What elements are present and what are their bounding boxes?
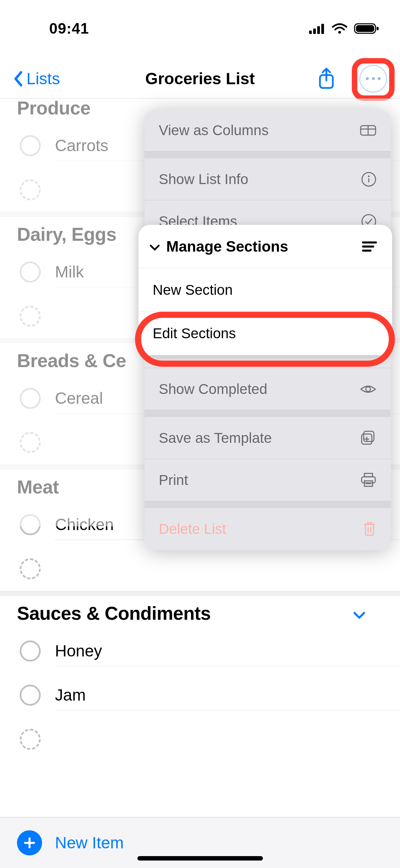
menu-show-completed[interactable]: Show Completed — [145, 368, 391, 410]
section-label: Sauces & Condiments — [17, 602, 211, 624]
nav-bar: Lists Groceries List — [0, 59, 400, 98]
sections-icon — [361, 240, 378, 253]
svg-point-14 — [368, 175, 370, 177]
svg-rect-2 — [317, 26, 320, 34]
submenu-manage-sections[interactable]: Manage Sections — [138, 225, 392, 268]
more-button[interactable] — [359, 65, 387, 93]
list-item-placeholder[interactable] — [0, 547, 400, 591]
status-bar: 09:41 — [0, 18, 400, 39]
svg-rect-6 — [356, 25, 374, 32]
new-item-button[interactable]: New Item — [17, 830, 124, 855]
back-button[interactable]: Lists — [13, 69, 60, 88]
new-item-label: New Item — [55, 833, 124, 852]
print-icon — [360, 472, 377, 488]
submenu-new-section[interactable]: New Section — [138, 268, 392, 312]
menu-print[interactable]: Print — [145, 459, 391, 501]
svg-rect-27 — [365, 524, 374, 535]
battery-icon — [354, 22, 380, 35]
svg-rect-7 — [377, 27, 379, 30]
trash-icon — [362, 521, 377, 537]
highlight-more-icon — [352, 58, 395, 101]
svg-point-17 — [366, 387, 370, 392]
share-button[interactable] — [317, 68, 336, 90]
highlight-edit-sections — [135, 312, 395, 367]
back-label: Lists — [26, 69, 60, 88]
checkbox-icon[interactable] — [20, 685, 41, 706]
status-time: 09:41 — [49, 20, 89, 37]
menu-view-as-columns[interactable]: View as Columns — [145, 109, 391, 151]
chevron-left-icon — [13, 70, 23, 87]
wifi-icon — [331, 23, 348, 34]
svg-rect-3 — [321, 24, 324, 34]
svg-rect-1 — [313, 29, 316, 34]
checkbox-icon[interactable] — [20, 640, 41, 662]
chevron-down-icon — [353, 602, 383, 624]
placeholder-checkbox-icon — [20, 729, 41, 750]
home-indicator[interactable] — [137, 856, 263, 861]
list-item-placeholder[interactable] — [0, 717, 400, 761]
section-header-sauces[interactable]: Sauces & Condiments — [0, 596, 400, 629]
list-item[interactable]: Jam — [0, 673, 400, 717]
svg-rect-0 — [309, 31, 312, 34]
columns-icon — [360, 124, 377, 137]
page-title: Groceries List — [145, 69, 255, 88]
plus-icon — [17, 830, 42, 855]
cellular-icon — [309, 23, 325, 34]
template-icon — [360, 430, 377, 446]
list-item[interactable]: Honey — [0, 629, 400, 673]
share-icon — [317, 68, 336, 90]
menu-show-list-info[interactable]: Show List Info — [145, 158, 391, 200]
info-icon — [361, 171, 377, 187]
eye-icon — [360, 383, 377, 395]
chevron-down-icon — [149, 238, 161, 255]
svg-rect-23 — [362, 477, 375, 483]
menu-delete-list[interactable]: Delete List — [145, 508, 391, 550]
menu-save-as-template[interactable]: Save as Template — [145, 417, 391, 459]
svg-point-4 — [338, 31, 341, 34]
placeholder-checkbox-icon — [20, 558, 41, 579]
item-label: Honey — [55, 636, 400, 666]
item-label: Jam — [55, 680, 400, 710]
